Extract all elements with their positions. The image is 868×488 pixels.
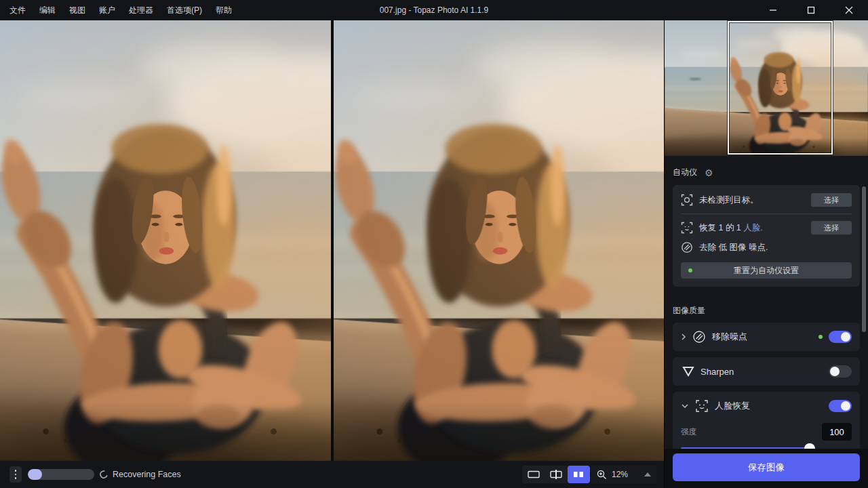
photo-before-panel[interactable] [0, 20, 331, 461]
sidebar: 自动仪 ⚙ 未检测到目标。 选择 [665, 20, 868, 488]
sharpen-icon [682, 365, 694, 378]
app-window: 文件 编辑 视图 账户 处理器 首选项(P) 帮助 007.jpg - Topa… [0, 0, 868, 488]
window-controls [754, 0, 868, 20]
photo-before-image [0, 20, 331, 461]
face-recovery-label: 人脸恢复 [715, 400, 750, 412]
minimize-button[interactable] [754, 0, 792, 20]
remove-noise-header[interactable]: 移除噪点 [673, 323, 860, 351]
autopilot-title: 自动仪 [673, 167, 697, 178]
menu-account[interactable]: 账户 [92, 0, 122, 20]
autopilot-card: 未检测到目标。 选择 恢复 1 的 1 人脸. 选择 [673, 185, 860, 287]
menu-help[interactable]: 帮助 [209, 0, 239, 20]
menu-bar: 文件 编辑 视图 账户 处理器 首选项(P) 帮助 [0, 0, 239, 20]
sharpen-header[interactable]: Sharpen [673, 357, 860, 386]
menu-processor[interactable]: 处理器 [122, 0, 160, 20]
zoom-magnifier-icon [597, 470, 607, 480]
auto-enabled-dot [818, 335, 823, 339]
view-side-by-side-button[interactable] [568, 466, 590, 483]
autopilot-face-row: 恢复 1 的 1 人脸. 选择 [681, 221, 852, 235]
reset-autopilot-button[interactable]: 重置为自动仪设置 [681, 262, 852, 279]
chevron-down-icon [681, 403, 689, 409]
split-view-icon [550, 469, 562, 480]
zoom-level: 12% [612, 470, 628, 479]
sidebar-scrollbar[interactable] [862, 186, 866, 332]
gear-icon[interactable]: ⚙ [705, 168, 713, 178]
save-image-button[interactable]: 保存图像 [673, 453, 860, 481]
close-icon [845, 6, 853, 14]
strength-label: 强度 [681, 427, 696, 437]
autopilot-subject-row: 未检测到目标。 选择 [681, 193, 852, 207]
face-select-button[interactable]: 选择 [811, 221, 852, 235]
side-by-side-view-icon [573, 470, 584, 479]
navigator-thumbnail[interactable] [665, 20, 868, 156]
subject-select-button[interactable]: 选择 [811, 193, 852, 207]
view-mode-group [522, 466, 590, 483]
remove-noise-panel: 移除噪点 [673, 323, 860, 351]
strength-value[interactable]: 100 [822, 423, 852, 441]
menu-view[interactable]: 视图 [62, 0, 92, 20]
face-detect-icon [681, 222, 693, 234]
sharpen-label: Sharpen [701, 367, 734, 377]
face-status-text: 恢复 1 的 1 人脸. [699, 222, 763, 234]
face-recovery-toggle[interactable] [829, 400, 852, 412]
single-view-icon [528, 470, 540, 479]
progress-fill [28, 469, 42, 480]
photo-after-panel[interactable] [334, 20, 665, 461]
comparison-canvas [0, 20, 664, 461]
status-text: Recovering Faces [113, 470, 181, 479]
kebab-icon [15, 470, 17, 472]
view-split-button[interactable] [545, 466, 567, 483]
spinner-icon [98, 469, 109, 480]
zoom-caret-icon[interactable] [644, 472, 651, 476]
remove-noise-icon [692, 330, 706, 344]
noise-status-text: 去除 低 图像 噪点. [699, 242, 768, 253]
sharpen-toggle[interactable] [829, 365, 852, 378]
remove-noise-label: 移除噪点 [712, 331, 747, 343]
subject-status-text: 未检测到目标。 [699, 195, 759, 206]
save-area: 保存图像 [665, 449, 868, 488]
close-button[interactable] [830, 0, 868, 20]
face-count-link[interactable]: 人脸. [743, 223, 762, 232]
chevron-right-icon [681, 333, 686, 341]
maximize-icon [807, 6, 815, 14]
noise-icon [681, 241, 693, 253]
face-recovery-header[interactable]: 人脸恢复 [673, 392, 860, 420]
autopilot-noise-row: 去除 低 图像 噪点. [681, 241, 852, 254]
card-divider [681, 214, 852, 214]
kebab-menu-button[interactable] [9, 466, 22, 483]
view-single-button[interactable] [522, 466, 545, 483]
minimize-icon [769, 6, 777, 14]
maximize-button[interactable] [792, 0, 830, 20]
menu-file[interactable]: 文件 [3, 0, 33, 20]
status-bar: Recovering Faces [0, 461, 664, 488]
navigator-viewport-rect[interactable] [728, 21, 833, 155]
subject-target-icon [681, 194, 693, 206]
title-bar: 文件 编辑 视图 账户 处理器 首选项(P) 帮助 007.jpg - Topa… [0, 0, 868, 20]
progress-bar [28, 469, 94, 480]
face-recovery-icon [695, 399, 709, 413]
menu-edit[interactable]: 编辑 [33, 0, 62, 20]
sharpen-panel: Sharpen [673, 357, 860, 386]
image-quality-title: 图像质量 [673, 305, 860, 317]
photo-after-image [334, 20, 665, 461]
remove-noise-toggle[interactable] [829, 331, 852, 343]
green-dot-icon [688, 268, 692, 272]
zoom-control[interactable]: 12% [591, 466, 656, 483]
menu-preferences[interactable]: 首选项(P) [160, 0, 209, 20]
